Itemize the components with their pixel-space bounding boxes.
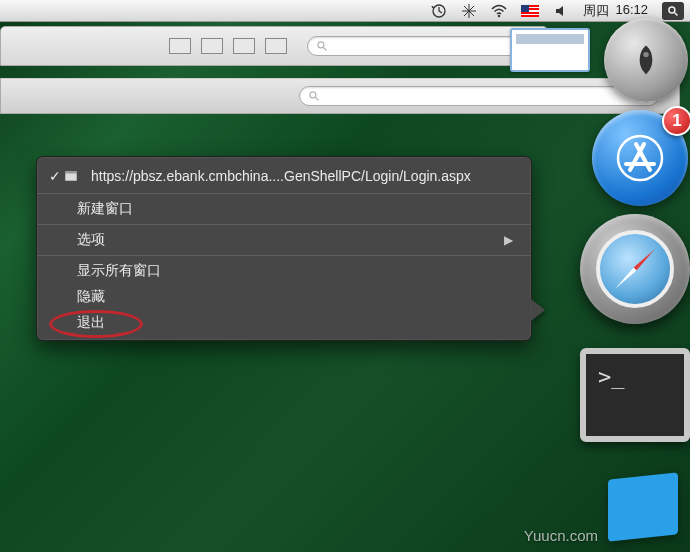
menu-item-label: https://pbsz.ebank.cmbchina....GenShellP… <box>91 168 471 184</box>
window-icon <box>65 171 77 181</box>
dock-context-menu: ✓ https://pbsz.ebank.cmbchina....GenShel… <box>36 156 532 341</box>
check-icon: ✓ <box>49 168 61 184</box>
window-toolbar-1: ⤢ <box>0 26 548 66</box>
menu-item-label: 退出 <box>77 314 105 332</box>
menu-item-hide[interactable]: 隐藏 <box>37 284 531 310</box>
svg-point-2 <box>669 6 675 12</box>
view-icon-4[interactable] <box>265 38 287 54</box>
window-toolbar-2 <box>0 78 680 114</box>
menu-separator <box>37 224 531 225</box>
svg-point-1 <box>498 14 500 16</box>
search-icon <box>308 90 320 102</box>
menu-item-label: 隐藏 <box>77 288 105 306</box>
menu-item-show-all-windows[interactable]: 显示所有窗口 <box>37 258 531 284</box>
volume-icon[interactable] <box>553 3 569 19</box>
wifi-icon[interactable] <box>491 3 507 19</box>
toolbar-search-1[interactable] <box>307 36 537 56</box>
menubar-clock[interactable]: 周四 16:12 <box>583 2 648 20</box>
clock-day: 周四 <box>583 2 609 20</box>
terminal-prompt: >_ <box>598 364 625 389</box>
menu-item-label: 显示所有窗口 <box>77 262 161 280</box>
menu-item-options[interactable]: 选项 ▶ <box>37 227 531 253</box>
svg-point-3 <box>318 42 324 48</box>
launchpad-icon[interactable] <box>604 18 688 102</box>
svg-point-5 <box>643 52 648 57</box>
search-icon <box>316 40 328 52</box>
menu-item-page-title[interactable]: ✓ https://pbsz.ebank.cmbchina....GenShel… <box>37 161 531 191</box>
svg-point-6 <box>618 136 662 180</box>
xcode-icon[interactable] <box>608 476 678 538</box>
view-icon-2[interactable] <box>201 38 223 54</box>
safari-icon[interactable] <box>580 214 690 324</box>
toolbar-search-2[interactable] <box>299 86 659 106</box>
input-source-us-flag-icon[interactable] <box>521 5 539 17</box>
system-menubar: 周四 16:12 <box>0 0 690 22</box>
menu-item-quit[interactable]: 退出 <box>37 310 531 336</box>
menu-separator <box>37 193 531 194</box>
terminal-icon[interactable]: >_ <box>580 348 690 442</box>
watermark-text: Yuucn.com <box>524 527 598 544</box>
appstore-icon[interactable]: 1 <box>592 110 688 206</box>
view-icon-3[interactable] <box>233 38 255 54</box>
menu-item-label: 选项 <box>77 231 105 249</box>
appstore-badge: 1 <box>662 106 690 136</box>
clock-time: 16:12 <box>615 2 648 20</box>
view-icon-1[interactable] <box>169 38 191 54</box>
timemachine-icon[interactable] <box>431 3 447 19</box>
assistive-icon[interactable] <box>461 3 477 19</box>
menu-item-new-window[interactable]: 新建窗口 <box>37 196 531 222</box>
menu-item-label: 新建窗口 <box>77 200 133 218</box>
chevron-right-icon: ▶ <box>504 233 513 247</box>
spotlight-icon[interactable] <box>662 2 684 20</box>
svg-rect-8 <box>65 171 77 174</box>
window-thumbnail[interactable] <box>510 28 590 72</box>
menu-separator <box>37 255 531 256</box>
svg-point-4 <box>310 92 316 98</box>
